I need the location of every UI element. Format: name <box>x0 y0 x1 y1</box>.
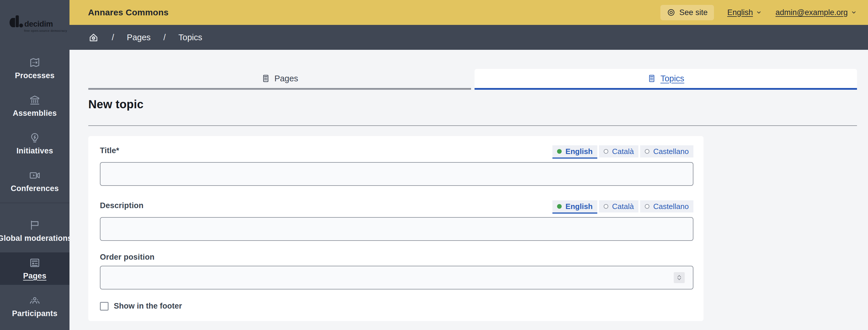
lang-tab-catala[interactable]: Català <box>599 145 639 158</box>
map-icon <box>29 57 41 69</box>
content-area: Pages Topics New topic <box>69 50 868 330</box>
sidebar-divider <box>0 203 69 203</box>
lightbulb-flash-icon <box>29 132 41 144</box>
page-icon <box>647 74 656 83</box>
see-site-button[interactable]: See site <box>660 5 714 20</box>
decidim-admin-app: decidim free open-source democracy Proce… <box>0 0 868 330</box>
newspaper-icon <box>29 257 41 269</box>
page-icon <box>261 74 271 83</box>
sidebar-item-initiatives[interactable]: Initiatives <box>0 127 69 160</box>
order-position-label: Order position <box>100 253 155 264</box>
sidebar-item-assemblies[interactable]: Assemblies <box>0 90 69 122</box>
topbar-actions: See site English admin@example.org <box>660 5 857 20</box>
decidim-logo-icon <box>9 15 23 28</box>
radio-selected-icon <box>557 204 562 209</box>
radio-unselected-icon <box>645 149 649 154</box>
sidebar-menu: Processes Assemblies Initiatives <box>0 50 69 328</box>
show-in-footer-label[interactable]: Show in the footer <box>114 302 182 310</box>
sidebar-item-conferences[interactable]: Conferences <box>0 165 69 197</box>
radio-selected-icon <box>557 149 562 154</box>
breadcrumb-separator: / <box>112 33 114 42</box>
show-in-footer-row: Show in the footer <box>100 302 693 310</box>
tabs: Pages Topics <box>88 69 857 90</box>
video-camera-icon <box>29 169 41 182</box>
breadcrumb-separator: / <box>163 33 165 42</box>
description-label: Description <box>100 201 144 212</box>
flag-icon <box>29 219 41 231</box>
language-selector-description: English Català Castellano <box>552 200 693 212</box>
main-area: Annares Commons See site English ad <box>69 0 868 330</box>
topbar: Annares Commons See site English ad <box>69 0 868 25</box>
radio-unselected-icon <box>604 204 608 209</box>
chevron-down-icon <box>756 9 762 15</box>
decidim-logo[interactable]: decidim free open-source democracy <box>0 0 69 50</box>
sidebar-item-pages[interactable]: Pages <box>0 253 69 285</box>
breadcrumb-topics[interactable]: Topics <box>178 33 202 42</box>
lang-tab-english[interactable]: English <box>552 200 597 212</box>
home-gear-icon <box>88 32 99 43</box>
page-title: New topic <box>88 98 857 111</box>
radio-unselected-icon <box>645 204 649 209</box>
target-icon <box>667 8 676 17</box>
chevron-up-icon <box>677 275 682 277</box>
lang-tab-english[interactable]: English <box>552 145 597 158</box>
decidim-brand-text: decidim <box>24 21 53 28</box>
group-icon <box>29 294 41 306</box>
title-input[interactable] <box>100 162 693 186</box>
lang-tab-castellano[interactable]: Castellano <box>640 200 693 212</box>
language-selector-title: English Català Castellano <box>552 145 693 158</box>
account-menu[interactable]: admin@example.org <box>775 8 857 17</box>
lang-tab-catala[interactable]: Català <box>599 200 639 212</box>
site-title: Annares Commons <box>88 7 168 18</box>
show-in-footer-checkbox[interactable] <box>100 302 108 310</box>
order-position-input[interactable] <box>100 266 693 290</box>
sidebar-item-participants[interactable]: Participants <box>0 290 69 323</box>
description-field: Description English Català <box>100 196 693 241</box>
sidebar-item-processes[interactable]: Processes <box>0 52 69 85</box>
sidebar: decidim free open-source democracy Proce… <box>0 0 69 330</box>
tab-pages[interactable]: Pages <box>88 69 471 90</box>
breadcrumb: / Pages / Topics <box>69 25 868 50</box>
chevron-down-icon <box>677 277 682 280</box>
breadcrumb-pages[interactable]: Pages <box>127 33 151 42</box>
language-menu[interactable]: English <box>727 8 762 17</box>
number-stepper[interactable] <box>674 272 685 283</box>
title-label: Title* <box>100 146 119 158</box>
heading-divider <box>88 125 857 126</box>
radio-unselected-icon <box>604 149 608 154</box>
new-topic-form: Title* English Català <box>88 136 704 321</box>
description-input[interactable] <box>100 217 693 241</box>
order-position-field: Order position <box>100 251 693 290</box>
bank-icon <box>29 94 41 106</box>
tab-topics[interactable]: Topics <box>474 69 857 90</box>
decidim-tagline: free open-source democracy <box>24 29 69 32</box>
title-field: Title* English Català <box>100 141 693 186</box>
lang-tab-castellano[interactable]: Castellano <box>640 145 693 158</box>
home-link[interactable] <box>88 32 99 43</box>
chevron-down-icon <box>850 9 857 15</box>
sidebar-item-global-moderations[interactable]: Global moderations <box>0 215 69 247</box>
